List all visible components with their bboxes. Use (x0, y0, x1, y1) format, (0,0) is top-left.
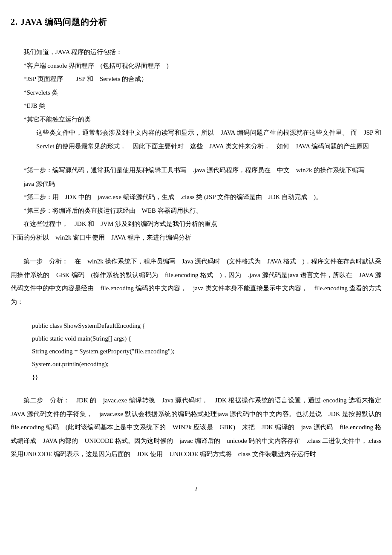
list-item-7: *第二步：用 JDK 中的 javac.exe 编译源代码，生成 .class … (11, 191, 381, 204)
code-line-1: public class ShowSystemDefaultEncoding { (32, 319, 381, 332)
paragraph-2: 在这些过程中， JDK 和 JVM 涉及到的编码方式是我们分析的重点 (11, 217, 381, 231)
code-line-5: }} (32, 370, 381, 383)
code-line-3: String encoding = System.getProperty("fi… (32, 345, 381, 358)
list-item-4: *EJB 类 (11, 99, 381, 113)
page-number: 2 (11, 483, 381, 496)
list-item-1: *客户端 console 界面程序 (包括可视化界面程序 ) (11, 59, 381, 73)
code-line-4: System.out.println(encoding); (32, 358, 381, 370)
paragraph-1: 这些类文件中，通常都会涉及到中文内容的读写和显示，所以 JAVA 编码问题产生的… (23, 126, 381, 153)
section-heading: 2. JAVA 编码问题的分析 (11, 13, 381, 31)
paragraph-4: 第一步 分析： 在 win2k 操作系统下，程序员编写 Java 源代码时 (文… (11, 255, 381, 309)
intro-line: 我们知道，JAVA 程序的运行包括： (11, 46, 381, 59)
list-item-2: *JSP 页面程序 JSP 和 Servlets 的合成） (11, 72, 381, 86)
list-item-6: *第一步：编写源代码，通常我们是使用某种编辑工具书写 .java 源代码程序，程… (11, 164, 381, 191)
list-item-5: *其它不能独立运行的类 (11, 113, 381, 127)
paragraph-5: 第二步 分析： JDK 的 javac.exe 编译转换 Java 源代码时， … (11, 394, 381, 461)
paragraph-3: 下面的分析以 win2k 窗口中使用 JAVA 程序，来进行编码分析 (11, 231, 381, 245)
list-item-8: *第三步：将编译后的类直接运行或经由 WEB 容器调用执行。 (11, 204, 381, 218)
code-line-2: public static void main(String[] args) { (32, 332, 381, 345)
code-block: public class ShowSystemDefaultEncoding {… (11, 319, 381, 383)
list-item-3: *Servelets 类 (11, 86, 381, 100)
